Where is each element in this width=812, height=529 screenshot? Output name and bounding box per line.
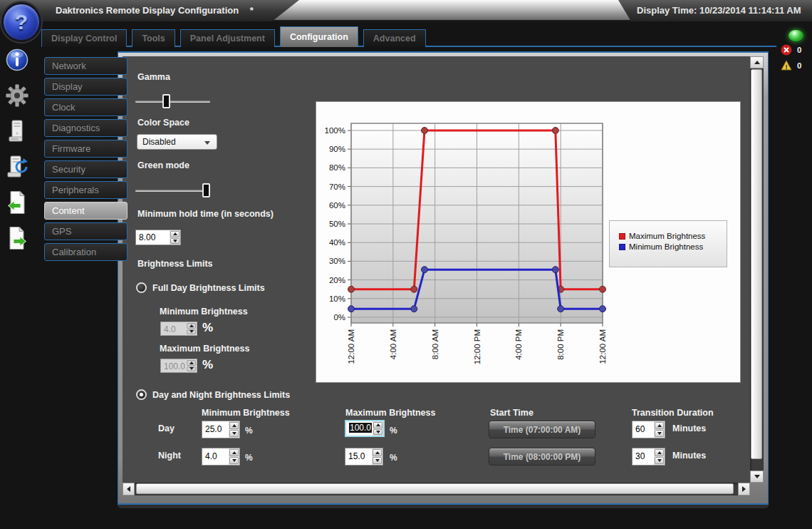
legend-swatch-min — [619, 244, 625, 250]
import-config-button[interactable] — [4, 190, 30, 215]
sidebar-item-display[interactable]: Display — [44, 78, 127, 96]
h-scroll-thumb[interactable] — [136, 483, 734, 494]
legend-item-max: Maximum Brightness — [619, 232, 727, 240]
error-icon — [781, 44, 792, 56]
legend-item-min: Minimum Brightness — [619, 242, 727, 251]
percent-sign: % — [202, 358, 213, 372]
sidebar-item-diagnostics[interactable]: Diagnostics — [44, 119, 127, 137]
sidebar-item-calibration[interactable]: Calibration — [44, 243, 127, 261]
legend-swatch-max — [619, 233, 625, 240]
tab-advanced[interactable]: Advanced — [363, 29, 426, 47]
svg-text:50%: 50% — [329, 220, 345, 228]
min-hold-time-label: Minimum hold time (in seconds) — [137, 209, 274, 219]
tab-configuration[interactable]: Configuration — [280, 26, 358, 47]
svg-text:80%: 80% — [329, 163, 345, 172]
device-button[interactable] — [4, 118, 30, 144]
device-sync-button[interactable] — [4, 154, 30, 180]
svg-text:12:00 AM: 12:00 AM — [347, 329, 355, 364]
min-hold-time-spinner[interactable]: 8.00 — [135, 230, 181, 245]
full-day-max-label: Maximum Brightness — [160, 344, 249, 354]
tab-panel-adjustment[interactable]: Panel Adjustment — [180, 29, 275, 47]
spin-down-button[interactable] — [170, 238, 179, 245]
percent-sign: % — [245, 453, 253, 463]
col-header-transition-duration: Transition Duration — [632, 408, 714, 418]
v-scroll-up-button[interactable] — [750, 56, 764, 68]
h-scroll-right-button[interactable] — [738, 483, 750, 495]
sidebar-item-content[interactable]: Content — [44, 202, 127, 220]
night-row-label: Night — [158, 451, 181, 461]
v-scroll-thumb[interactable] — [751, 69, 762, 459]
sidebar-item-gps[interactable]: GPS — [44, 222, 127, 240]
svg-text:60%: 60% — [329, 201, 345, 210]
tab-bar: Display Control Tools Panel Adjustment C… — [41, 29, 426, 47]
file-export-icon — [4, 225, 30, 251]
help-logo-button[interactable]: ? — [1, 2, 41, 42]
day-row-label: Day — [158, 423, 175, 433]
spin-up-button[interactable] — [229, 422, 239, 429]
file-import-icon — [4, 190, 30, 215]
svg-text:8:00 AM: 8:00 AM — [431, 329, 439, 359]
svg-text:90%: 90% — [329, 145, 345, 153]
gamma-slider-track[interactable] — [135, 101, 210, 103]
svg-text:30%: 30% — [329, 257, 345, 265]
percent-sign: % — [245, 426, 253, 436]
settings-button[interactable] — [4, 83, 30, 108]
night-duration-spinner[interactable]: 30 — [632, 448, 665, 466]
spin-down-button[interactable] — [229, 457, 239, 464]
day-night-radio[interactable] — [136, 389, 147, 400]
svg-text:10%: 10% — [329, 294, 345, 303]
green-mode-slider-thumb[interactable] — [202, 183, 210, 197]
spin-up-button[interactable] — [655, 422, 664, 429]
gear-icon — [4, 83, 30, 108]
info-button[interactable] — [4, 47, 30, 73]
full-day-max-spinner: 100.0 — [160, 359, 197, 373]
day-start-time-button[interactable]: Time (07:00:00 AM) — [489, 421, 595, 438]
sidebar-item-network[interactable]: Network — [44, 57, 127, 75]
svg-text:4:00 AM: 4:00 AM — [389, 329, 397, 359]
h-scroll-track[interactable] — [135, 483, 738, 495]
spin-down-button[interactable] — [373, 457, 382, 464]
night-max-spinner[interactable]: 15.0 — [345, 448, 383, 466]
connection-status-led — [788, 30, 803, 41]
night-min-spinner[interactable]: 4.0 — [202, 448, 240, 466]
gamma-slider-thumb[interactable] — [162, 94, 170, 108]
sidebar-item-clock[interactable]: Clock — [44, 98, 127, 116]
spin-up-button[interactable] — [170, 231, 179, 237]
spin-up-button[interactable] — [373, 449, 382, 456]
sidebar-item-security[interactable]: Security — [44, 160, 127, 178]
spin-down-button[interactable] — [373, 429, 382, 436]
spin-up-button[interactable] — [655, 449, 664, 456]
info-icon — [4, 47, 30, 73]
full-day-min-spinner: 4.0 — [160, 322, 197, 336]
day-duration-spinner[interactable]: 60 — [632, 421, 665, 438]
vertical-scrollbar[interactable] — [750, 56, 764, 483]
tab-tools[interactable]: Tools — [132, 29, 175, 47]
col-header-min-brightness: Minimum Brightness — [202, 408, 290, 418]
spin-down-button[interactable] — [655, 457, 664, 464]
chevron-down-icon — [204, 141, 210, 145]
spin-up-button[interactable] — [373, 422, 382, 428]
export-config-button[interactable] — [4, 225, 30, 251]
night-start-time-button[interactable]: Time (08:00:00 PM) — [489, 448, 595, 466]
svg-text:12:00 PM: 12:00 PM — [473, 329, 482, 364]
gamma-label: Gamma — [137, 72, 170, 82]
full-day-radio[interactable] — [136, 282, 147, 293]
sidebar-item-peripherals[interactable]: Peripherals — [44, 181, 127, 199]
spin-up-button[interactable] — [229, 449, 239, 456]
sidebar-item-firmware[interactable]: Firmware — [44, 140, 127, 158]
tab-display-control[interactable]: Display Control — [41, 29, 127, 47]
v-scroll-down-button[interactable] — [750, 471, 764, 483]
h-scroll-left-button[interactable] — [123, 483, 135, 495]
color-space-select[interactable]: Disabled — [137, 134, 217, 150]
horizontal-scrollbar[interactable] — [123, 483, 750, 495]
day-duration-unit: Minutes — [672, 423, 706, 433]
window-title: Daktronics Remote Display Configuration — [56, 5, 239, 16]
spin-down-button[interactable] — [655, 430, 664, 437]
percent-sign: % — [202, 321, 213, 335]
day-max-spinner[interactable]: 100.0 — [345, 420, 385, 437]
computer-sync-icon — [4, 154, 30, 180]
spin-down-button[interactable] — [229, 430, 239, 437]
v-scroll-track[interactable] — [750, 68, 764, 471]
green-mode-slider-track[interactable] — [135, 190, 210, 192]
day-min-spinner[interactable]: 25.0 — [202, 421, 240, 438]
